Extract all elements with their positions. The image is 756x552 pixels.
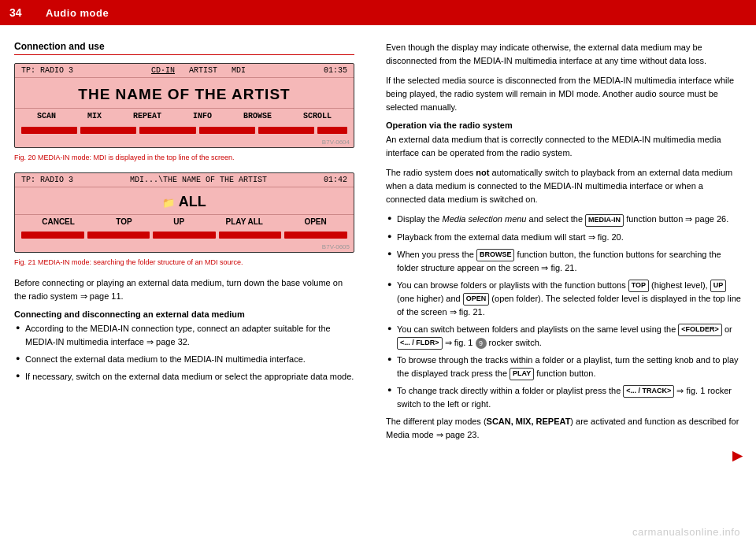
red-btn-3 (139, 127, 195, 134)
screen2-watermark: B7V-0605 (15, 243, 354, 252)
screen1-red-buttons (15, 124, 354, 138)
browse-key: BROWSE (476, 249, 515, 261)
left-column: Connection and use TP: RADIO 3 CD·IN ART… (0, 25, 370, 479)
watermark: carmanualsonline.info (632, 526, 740, 538)
fig2-caption: Fig. 21 MEDIA-IN mode: searching the fol… (14, 257, 354, 268)
red-btn2-2 (87, 232, 150, 239)
right-para4: The radio system does not automatically … (386, 166, 742, 206)
radio-screen-1: TP: RADIO 3 CD·IN ARTIST MDI 01:35 THE N… (14, 63, 354, 148)
screen1-watermark: B7V-0604 (15, 138, 354, 147)
right-para1: Even though the display may indicate oth… (386, 41, 742, 68)
top-key: TOP (628, 280, 649, 292)
screen1-main-text: THE NAME OF THE ARTIST (15, 78, 354, 108)
red-btn-1 (21, 127, 77, 134)
track-key: <... / TRACK> (623, 385, 674, 398)
folder-icon: 📁 (162, 197, 175, 209)
right-para3: An external data medium that is correctl… (386, 133, 742, 160)
screen2-all-label: ALL (179, 194, 206, 209)
screen2-buttons-row: CANCEL TOP UP PLAY ALL OPEN (15, 214, 354, 228)
screen2-top-bar: TP: RADIO 3 MDI...\THE NAME OF THE ARTIS… (15, 173, 354, 187)
red-btn2-4 (219, 232, 282, 239)
red-btn-2 (80, 127, 136, 134)
continue-arrow: ▶ (386, 448, 742, 463)
red-btn2-3 (153, 232, 216, 239)
screen1-cdin: CD·IN ARTIST MDI (151, 66, 246, 75)
right-bullet6: To browse through the tracks within a fo… (386, 354, 742, 380)
rocker-num: 9 (476, 338, 487, 349)
left-bullet3: If necessary, switch on the external dat… (14, 370, 354, 383)
header-bar: 34 Audio mode (0, 0, 756, 25)
screen1-time: 01:35 (324, 66, 347, 75)
page-title: Audio mode (46, 7, 109, 19)
right-sub-heading1: Operation via the radio system (386, 120, 742, 130)
screen1-buttons-row: SCAN MIX REPEAT INFO BROWSE SCROLL (15, 108, 354, 124)
screen2-red-buttons (15, 228, 354, 243)
red-btn-5 (258, 127, 314, 134)
right-bullet3: When you press the BROWSE function butto… (386, 248, 742, 275)
play-key: PLAY (510, 368, 534, 380)
red-btn2-5 (284, 232, 347, 239)
screen1-radio-label: TP: RADIO 3 (21, 66, 73, 75)
screen1-top-bar: TP: RADIO 3 CD·IN ARTIST MDI 01:35 (15, 64, 354, 78)
screen2-main-text: 📁 ALL (15, 187, 354, 214)
page-number: 34 (9, 6, 32, 19)
radio-screen-2: TP: RADIO 3 MDI...\THE NAME OF THE ARTIS… (14, 172, 354, 253)
right-bullet7: To change track directly within a folder… (386, 384, 742, 411)
sub-heading1: Connecting and disconnecting an external… (14, 309, 354, 319)
right-bullet4: You can browse folders or playlists with… (386, 279, 742, 319)
media-in-key: MEDIA-IN (585, 214, 624, 227)
red-btn-6 (317, 127, 347, 134)
right-para2: If the selected media source is disconne… (386, 74, 742, 114)
screen2-radio: TP: RADIO 3 (21, 176, 73, 184)
left-para1: Before connecting or playing an external… (14, 276, 354, 303)
section-heading: Connection and use (14, 41, 354, 55)
right-bullet1: Display the Media selection menu and sel… (386, 213, 742, 226)
left-bullet1: According to the MEDIA-IN connection typ… (14, 322, 354, 349)
open-key: OPEN (463, 293, 490, 306)
right-para-final: The different play modes (SCAN, MIX, REP… (386, 415, 742, 442)
red-btn2-1 (21, 232, 84, 239)
up-key: UP (710, 280, 727, 292)
not-emphasis: not (476, 168, 489, 177)
screen2-path: MDI...\THE NAME OF THE ARTIST (130, 176, 267, 184)
screen2-time: 01:42 (324, 176, 347, 184)
right-column: Even though the display may indicate oth… (370, 25, 756, 479)
right-bullet5: You can switch between folders and playl… (386, 323, 742, 350)
content-area: Connection and use TP: RADIO 3 CD·IN ART… (0, 25, 756, 479)
folder-key: <FOLDER> (678, 324, 722, 336)
fldr-key: <... / FLDR> (397, 337, 443, 350)
left-bullet2: Connect the external data medium to the … (14, 353, 354, 366)
red-btn-4 (199, 127, 255, 134)
right-bullet2: Playback from the external data medium w… (386, 231, 742, 244)
fig1-caption: Fig. 20 MEDIA-IN mode: MDI is displayed … (14, 153, 354, 163)
